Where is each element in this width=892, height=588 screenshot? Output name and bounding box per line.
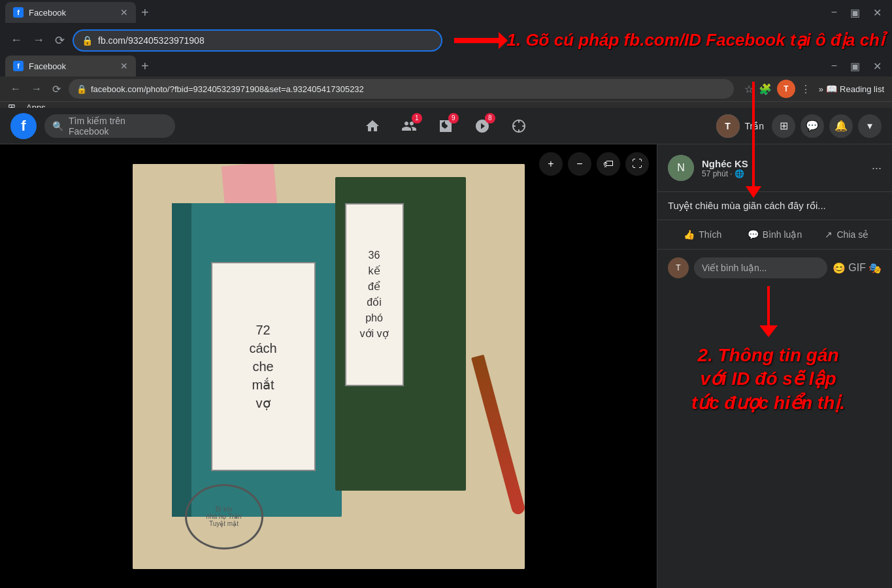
main-browser-window: f Facebook ✕ + − ▣ ✕ ← → ⟳ 🔒 facebook.co… — [0, 56, 892, 588]
book-teal-spine — [172, 203, 191, 517]
tag-button[interactable]: 🏷 — [597, 152, 620, 176]
annotation-arrow-down — [746, 82, 761, 198]
restore-icon[interactable]: ▣ — [845, 7, 865, 19]
top-tab-close[interactable]: ✕ — [120, 7, 128, 18]
close-icon[interactable]: ✕ — [868, 7, 887, 19]
apps-menu-button[interactable]: ⊞ — [772, 114, 795, 138]
book-green-label: 36kếđểđốiphóvới vợ — [345, 203, 404, 386]
profile-icon[interactable]: T — [777, 80, 795, 98]
gif-icon[interactable]: GIF — [848, 262, 866, 274]
like-label: Thích — [699, 229, 721, 240]
minimize-icon[interactable]: − — [826, 7, 842, 18]
comment-button[interactable]: 💬 Bình luận — [740, 223, 809, 246]
emoji-icon[interactable]: 😊 — [833, 262, 846, 274]
sidebar-actions: 👍 Thích 💬 Bình luận ↗ Chia sẻ — [657, 220, 892, 250]
reload-button-top[interactable]: ⟳ — [52, 31, 67, 50]
browser-tab[interactable]: f Facebook ✕ — [5, 56, 136, 76]
browser-reload-button[interactable]: ⟳ — [50, 82, 63, 97]
lock-icon-top: 🔒 — [82, 35, 93, 46]
browser-close-icon[interactable]: ✕ — [868, 60, 887, 73]
sticker-icon[interactable]: 🎭 — [868, 262, 882, 274]
facebook-right-icons: T Trần ⊞ 💬 🔔 ▾ — [716, 114, 882, 138]
account-button[interactable]: ▾ — [858, 114, 882, 138]
browser-back-button[interactable]: ← — [8, 82, 24, 96]
annotation-2-container: 2. Thông tin gánvới ID đó sẽ lậptức được… — [657, 273, 885, 421]
share-icon: ↗ — [825, 229, 833, 240]
browser-menu-icon[interactable]: ⋮ — [801, 83, 811, 95]
top-tab-bar: f Facebook ✕ + − ▣ ✕ — [0, 0, 892, 25]
top-browser-bar: f Facebook ✕ + − ▣ ✕ ← → ⟳ 🔒 fb.com/9324… — [0, 0, 892, 56]
groups-nav-icon[interactable] — [503, 110, 535, 142]
window-controls: − ▣ ✕ — [826, 7, 887, 19]
facebook-logo[interactable]: f — [10, 113, 37, 139]
comment-placeholder: Viết bình luận... — [702, 263, 767, 273]
top-tab[interactable]: f Facebook ✕ — [5, 2, 136, 23]
like-button[interactable]: 👍 Thích — [668, 223, 737, 246]
browser-window-controls: − ▣ ✕ — [826, 60, 887, 73]
annotation-2-text: 2. Thông tin gánvới ID đó sẽ lậptức được… — [657, 344, 879, 415]
back-button-top[interactable]: ← — [8, 31, 25, 50]
comment-emoji-buttons: 😊 GIF 🎭 — [833, 262, 882, 274]
photo-controls: + − 🏷 ⛶ — [539, 152, 649, 176]
home-nav-icon[interactable] — [357, 110, 388, 142]
url-text-top: fb.com/932405323971908 — [98, 35, 433, 46]
facebook-nav-icons: 1 9 8 — [183, 110, 708, 142]
friends-nav-icon[interactable]: 1 — [393, 110, 425, 142]
sidebar-user-info: Nghéc KS 57 phút · 🌐 — [702, 158, 864, 178]
search-placeholder-text: Tìm kiếm trên Facebook — [69, 116, 167, 137]
fb-favicon-top: f — [13, 7, 24, 18]
new-tab-button[interactable]: + — [141, 5, 149, 20]
thumbs-up-icon: 👍 — [684, 229, 695, 240]
notifications-button[interactable]: 🔔 — [829, 114, 853, 138]
friends-badge: 1 — [412, 113, 422, 123]
video-badge: 9 — [448, 113, 459, 123]
browser-tab-bar: f Facebook ✕ + − ▣ ✕ — [0, 56, 892, 76]
search-icon: 🔍 — [52, 121, 63, 131]
sidebar-post-header: N Nghéc KS 57 phút · 🌐 ··· — [657, 144, 892, 192]
browser-new-tab[interactable]: + — [141, 59, 149, 74]
top-address-bar: ← → ⟳ 🔒 fb.com/932405323971908 1. Gõ cú … — [0, 25, 892, 56]
fb-favicon-main: f — [13, 61, 24, 71]
share-label: Chia sẻ — [836, 229, 868, 240]
book-teal-label: 72cáchchemắtvợ — [211, 262, 316, 471]
browser-url-text: facebook.com/photo/?fbid=932405323971908… — [91, 84, 726, 94]
browser-forward-button[interactable]: → — [29, 82, 44, 96]
forward-button-top[interactable]: → — [30, 31, 47, 50]
user-avatar[interactable]: T — [716, 114, 740, 138]
browser-tab-close[interactable]: ✕ — [120, 61, 128, 71]
fullscreen-button[interactable]: ⛶ — [625, 152, 649, 176]
sidebar-more-button[interactable]: ··· — [872, 161, 882, 175]
browser-address-input[interactable]: 🔒 facebook.com/photo/?fbid=9324053239719… — [69, 79, 734, 99]
zoom-in-button[interactable]: + — [539, 152, 563, 176]
photo-container: 72cáchchemắtvợ 36kếđểđốiphóvới vợ Bí kín… — [0, 144, 657, 588]
facebook-search[interactable]: 🔍 Tìm kiếm trên Facebook — [44, 114, 175, 138]
stamp: Bí kínnhà họ TrầnTuyệt mật — [185, 484, 263, 549]
browser-lock-icon: 🔒 — [76, 84, 87, 94]
watch-nav-icon[interactable]: 8 — [467, 110, 498, 142]
comment-icon: 💬 — [748, 229, 759, 240]
zoom-out-button[interactable]: − — [568, 152, 591, 176]
sidebar-username[interactable]: Nghéc KS — [702, 158, 864, 169]
browser-tab-title: Facebook — [29, 61, 115, 71]
reading-list-button[interactable]: » 📖 Reading list — [819, 84, 884, 94]
annotation-1-text: 1. Gõ cú pháp fb.com/ID Facebook tại ô đ… — [506, 30, 884, 50]
facebook-main-content: 72cáchchemắtvợ 36kếđểđốiphóvới vợ Bí kín… — [0, 144, 892, 588]
sidebar-post-meta: 57 phút · 🌐 — [702, 169, 864, 178]
address-input-top[interactable]: 🔒 fb.com/932405323971908 — [73, 29, 442, 52]
comment-label: Bình luận — [763, 229, 802, 240]
top-tab-title: Facebook — [29, 8, 115, 18]
video-nav-icon[interactable]: 9 — [430, 110, 461, 142]
browser-restore-icon[interactable]: ▣ — [845, 60, 865, 73]
sidebar-post-text: Tuyệt chiêu mùa giãn cách đây rồi... — [657, 192, 892, 220]
photo-sidebar: N Nghéc KS 57 phút · 🌐 ··· Tuyệt chiêu m… — [657, 144, 892, 588]
sidebar-user-avatar[interactable]: N — [668, 155, 694, 181]
share-button[interactable]: ↗ Chia sẻ — [812, 223, 882, 246]
messenger-button[interactable]: 💬 — [801, 114, 824, 138]
photo-display: 72cáchchemắtvợ 36kếđểđốiphóvới vợ Bí kín… — [133, 164, 525, 569]
browser-minimize-icon[interactable]: − — [826, 60, 842, 72]
watch-badge: 8 — [485, 113, 495, 123]
